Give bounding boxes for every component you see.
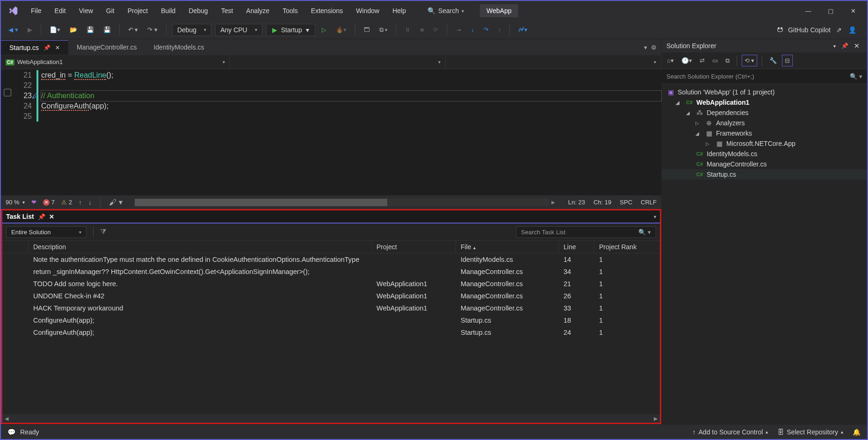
close-button[interactable]: ✕: [848, 6, 858, 15]
file-identitymodels[interactable]: C#IdentityModels.cs: [662, 149, 867, 159]
search-button[interactable]: 🔍 Search ▾: [423, 5, 469, 16]
share-button[interactable]: ⇗: [834, 25, 844, 35]
error-count[interactable]: ✕7: [43, 199, 55, 206]
task-list-scrollbar[interactable]: ◀ ▶: [2, 414, 660, 423]
chevron-down-icon[interactable]: ◢: [686, 110, 693, 115]
scrollbar-thumb[interactable]: [135, 199, 387, 206]
filter-icon[interactable]: ⧩: [100, 228, 106, 236]
task-list-title-bar[interactable]: Task List 📌 ✕ ▾: [2, 210, 660, 224]
hot-reload-button[interactable]: 🔥▾: [333, 24, 349, 35]
nav-scope-combo[interactable]: C#WebApplication1 ▾: [1, 55, 230, 69]
dependencies-node[interactable]: ◢⁂Dependencies: [662, 108, 867, 118]
menu-window[interactable]: Window: [350, 4, 385, 17]
task-row[interactable]: Note the authenticationType must match t…: [2, 253, 660, 266]
add-to-source-control-button[interactable]: ↑Add to Source Control▴: [693, 428, 768, 436]
task-row[interactable]: HACK Temporary workaroundWebApplication1…: [2, 302, 660, 314]
pin-icon[interactable]: 📌: [38, 213, 45, 220]
col-file[interactable]: File▴: [456, 241, 559, 253]
output-icon[interactable]: 💬: [7, 428, 15, 436]
close-icon[interactable]: ✕: [851, 42, 862, 50]
step-out-button[interactable]: ↑: [495, 24, 504, 35]
view-button[interactable]: ▭: [710, 55, 720, 66]
warning-count[interactable]: ⚠2: [61, 199, 72, 206]
format-button[interactable]: 🖌 ▾: [109, 198, 122, 207]
tab-chevron-down-icon[interactable]: ▾: [644, 44, 647, 51]
start-without-debug-button[interactable]: ▷: [319, 24, 329, 35]
chevron-right-icon[interactable]: ▷: [706, 141, 712, 146]
file-startup[interactable]: C#Startup.cs: [662, 169, 867, 180]
menu-test[interactable]: Test: [216, 4, 239, 17]
home-button[interactable]: ⌂▾: [665, 55, 676, 66]
select-repository-button[interactable]: 🗄Select Repository▴: [777, 428, 843, 436]
task-row[interactable]: ConfigureAuth(app);Startup.cs181: [2, 314, 660, 326]
sync-button[interactable]: ⟲ ▾: [742, 55, 758, 66]
maximize-button[interactable]: ▢: [826, 6, 835, 15]
code-editor[interactable]: 2122 23🖊 2425 cred_in = ReadLine(); // A…: [1, 69, 661, 195]
menu-help[interactable]: Help: [387, 4, 412, 17]
wrench-button[interactable]: 🔧: [767, 55, 779, 66]
chevron-down-icon[interactable]: ◢: [676, 100, 682, 105]
github-copilot-label[interactable]: GitHub Copilot: [788, 26, 831, 34]
chevron-down-icon[interactable]: ▾: [654, 214, 656, 219]
task-scope-combo[interactable]: Entire Solution▾: [6, 226, 87, 238]
menu-tools[interactable]: Tools: [277, 4, 304, 17]
minimize-button[interactable]: —: [803, 6, 813, 15]
scroll-left-icon[interactable]: ◀: [2, 414, 11, 423]
scroll-right-icon[interactable]: ▶: [651, 414, 660, 423]
menu-debug[interactable]: Debug: [183, 4, 213, 17]
solution-explorer-title-bar[interactable]: Solution Explorer ▾ 📌 ✕: [662, 39, 867, 52]
chevron-right-icon[interactable]: ▷: [695, 121, 702, 126]
analyzers-node[interactable]: ▷⊕Analyzers: [662, 118, 867, 128]
close-icon[interactable]: ✕: [55, 44, 60, 51]
tab-managecontroller[interactable]: ManageController.cs: [68, 40, 145, 54]
menu-view[interactable]: View: [73, 4, 99, 17]
solution-search-input[interactable]: Search Solution Explorer (Ctrl+;) 🔍 ▾: [662, 69, 867, 84]
task-search-input[interactable]: Search Task List 🔍 ▾: [516, 226, 656, 238]
zoom-combo[interactable]: 90 %▾: [6, 199, 25, 206]
lineending-indicator[interactable]: CRLF: [641, 199, 657, 206]
pin-icon[interactable]: 📌: [839, 43, 851, 49]
nav-forward-button[interactable]: ▶: [25, 24, 35, 35]
task-row[interactable]: UNDONE Check-in #42WebApplication1Manage…: [2, 290, 660, 302]
save-all-button[interactable]: 💾: [101, 24, 114, 35]
open-folder-button[interactable]: 📂: [67, 24, 80, 35]
tab-startup[interactable]: Startup.cs 📌 ✕: [1, 40, 68, 55]
step-over-button[interactable]: ↷: [481, 24, 492, 35]
code-content[interactable]: cred_in = ReadLine(); // Authentication …: [38, 69, 661, 195]
tab-gear-icon[interactable]: ⚙: [651, 44, 657, 51]
step-in-button[interactable]: →: [453, 24, 464, 35]
redo-button[interactable]: ↷ ▾: [145, 24, 160, 35]
menu-file[interactable]: File: [25, 4, 47, 17]
col-description[interactable]: Description: [29, 241, 372, 253]
platform-combo[interactable]: Any CPU▾: [215, 24, 262, 36]
file-managecontroller[interactable]: C#ManageController.cs: [662, 159, 867, 169]
history-button[interactable]: 🕐▾: [679, 55, 694, 66]
close-icon[interactable]: ✕: [49, 213, 54, 220]
menu-edit[interactable]: Edit: [49, 4, 72, 17]
task-row[interactable]: ConfigureAuth(app);Startup.cs241: [2, 326, 660, 339]
menu-project[interactable]: Project: [122, 4, 154, 17]
menu-build[interactable]: Build: [155, 4, 181, 17]
col-project[interactable]: Project: [372, 241, 456, 253]
task-row[interactable]: return _signInManager?? HttpContent.GetO…: [2, 266, 660, 278]
nav-type-combo[interactable]: ▾: [230, 55, 446, 69]
new-project-button[interactable]: 📄▾: [47, 24, 63, 35]
editor-horizontal-scrollbar[interactable]: ◀ ▶: [135, 199, 556, 206]
pin-icon[interactable]: 📌: [43, 44, 51, 51]
config-combo[interactable]: Debug▾: [172, 24, 211, 36]
switch-views-button[interactable]: ⇄: [697, 55, 707, 66]
solution-node[interactable]: ▣Solution 'WebApp' (1 of 1 project): [662, 87, 867, 97]
stop-button[interactable]: ■: [417, 24, 427, 35]
nav-member-combo[interactable]: ▾: [446, 55, 661, 69]
menu-git[interactable]: Git: [101, 4, 120, 17]
copy-button[interactable]: ⧉: [723, 55, 732, 66]
scroll-right-icon[interactable]: ▶: [550, 199, 557, 206]
step-into-button[interactable]: ↓: [468, 24, 477, 35]
tab-identitymodels[interactable]: IdentityModels.cs: [145, 40, 212, 54]
project-node[interactable]: ◢C#WebApplication1: [662, 97, 867, 108]
lightning-button[interactable]: 🗲▾: [515, 24, 530, 35]
col-rank[interactable]: Project Rank: [594, 241, 660, 253]
next-issue-button[interactable]: ↓: [88, 199, 92, 206]
chevron-down-icon[interactable]: ◢: [695, 131, 702, 136]
layout-button[interactable]: ⧉ ▾: [376, 24, 391, 36]
